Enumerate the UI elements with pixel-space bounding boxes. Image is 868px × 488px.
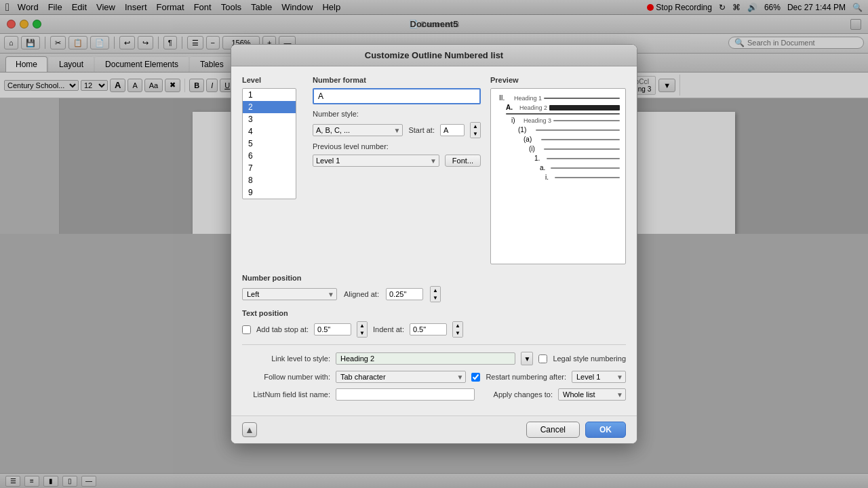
preview-section: Preview II. Heading 1 A. Heading 2	[490, 76, 626, 264]
preview-line-8: 1.	[496, 155, 620, 162]
level-6[interactable]: 6	[243, 150, 296, 162]
listnum-row: ListNum field list name: Apply changes t…	[242, 388, 626, 401]
apply-changes-container: Whole list ▼	[558, 388, 626, 401]
legal-style-checkbox[interactable]	[538, 354, 547, 363]
start-at-label: Start at:	[408, 126, 435, 134]
start-at-down[interactable]: ▼	[471, 130, 480, 138]
restart-level-container: Level 1 ▼	[572, 371, 626, 383]
prev-level-select[interactable]: Level 1	[313, 155, 439, 167]
legal-style-label: Legal style numbering	[553, 354, 626, 363]
level-7[interactable]: 7	[243, 162, 296, 174]
link-level-row: Link level to style: ▼ Legal style numbe…	[242, 352, 626, 365]
expand-button[interactable]: ▲	[242, 422, 257, 437]
preview-line-9: a.	[496, 164, 620, 171]
preview-box: II. Heading 1 A. Heading 2	[490, 88, 626, 264]
indent-at-down[interactable]: ▼	[453, 329, 462, 337]
level-2[interactable]: 2	[243, 101, 296, 113]
apply-changes-select[interactable]: Whole list	[558, 388, 626, 401]
restart-numbering-checkbox[interactable]	[471, 373, 480, 382]
level-3[interactable]: 3	[243, 113, 296, 125]
aligned-at-stepper: ▲ ▼	[430, 286, 441, 302]
level-section: Level 1 2 3 4 5 6 7 8 9	[242, 76, 303, 264]
prev-level-label: Previous level number:	[313, 142, 389, 150]
prev-level-container: Level 1 ▼	[313, 155, 439, 167]
ok-button[interactable]: OK	[585, 422, 626, 438]
aligned-at-label: Aligned at:	[344, 290, 379, 298]
link-level-container	[336, 352, 515, 365]
aligned-at-input[interactable]	[386, 288, 423, 300]
tab-stop-input[interactable]	[314, 323, 351, 336]
number-format-title: Number format	[313, 76, 481, 84]
preview-line-7: (i)	[496, 145, 620, 152]
number-position-section: Number position Left ▼ Aligned at: ▲ ▼	[242, 274, 626, 302]
start-at-input[interactable]	[440, 124, 465, 136]
dialog-title: Customize Outline Numbered list	[365, 50, 503, 60]
aligned-at-down[interactable]: ▼	[431, 294, 440, 302]
indent-at-label: Indent at:	[373, 325, 404, 333]
preview-line-1: II. Heading 1	[496, 94, 620, 102]
preview-line-2: A. Heading 2	[496, 104, 620, 111]
dialog-footer: ▲ Cancel OK	[231, 415, 637, 443]
indent-at-stepper: ▲ ▼	[452, 321, 463, 338]
level-5[interactable]: 5	[243, 138, 296, 150]
preview-title: Preview	[490, 76, 626, 84]
format-input[interactable]	[313, 88, 481, 104]
link-level-btn[interactable]: ▼	[521, 352, 533, 365]
preview-line-4: i) Heading 3	[496, 117, 620, 124]
restart-numbering-label: Restart numbering after:	[486, 373, 566, 381]
apply-changes-label: Apply changes to:	[494, 390, 553, 399]
indent-at-up[interactable]: ▲	[453, 322, 462, 329]
link-level-label: Link level to style:	[242, 354, 330, 363]
preview-line-5: (1)	[496, 126, 620, 134]
dialog-titlebar: Customize Outline Numbered list	[231, 45, 637, 66]
restart-level-select[interactable]: Level 1	[572, 371, 626, 383]
listnum-input[interactable]	[336, 388, 475, 401]
text-position-section: Text position Add tab stop at: ▲ ▼ Inden…	[242, 309, 626, 338]
position-select[interactable]: Left	[242, 288, 337, 300]
follow-number-container: Tab character ▼	[336, 371, 466, 383]
number-style-select-container: A, B, C, ... ▼	[313, 124, 403, 136]
start-at-stepper: ▲ ▼	[470, 122, 481, 138]
tab-stop-down[interactable]: ▼	[357, 329, 367, 337]
number-style-select[interactable]: A, B, C, ...	[313, 124, 403, 136]
indent-at-input[interactable]	[410, 323, 447, 336]
dialog-overlay: Customize Outline Numbered list Level 1 …	[0, 0, 868, 488]
position-container: Left ▼	[242, 288, 337, 300]
listnum-label: ListNum field list name:	[242, 390, 330, 399]
customize-dialog: Customize Outline Numbered list Level 1 …	[231, 44, 637, 444]
start-at-up[interactable]: ▲	[471, 123, 480, 130]
follow-number-row: Follow number with: Tab character ▼ Rest…	[242, 371, 626, 383]
bottom-fields: Link level to style: ▼ Legal style numbe…	[242, 344, 626, 401]
level-8[interactable]: 8	[243, 174, 296, 186]
tab-stop-up[interactable]: ▲	[357, 322, 367, 329]
tab-stop-stepper: ▲ ▼	[357, 321, 368, 338]
cancel-button[interactable]: Cancel	[526, 422, 580, 438]
level-4[interactable]: 4	[243, 125, 296, 138]
level-9[interactable]: 9	[243, 186, 296, 199]
number-format-section: Number format Number style: A, B, C, ...…	[313, 76, 481, 264]
font-button[interactable]: Font...	[445, 155, 481, 167]
aligned-at-up[interactable]: ▲	[431, 287, 440, 294]
preview-line-6: (a)	[496, 136, 620, 143]
link-level-input[interactable]	[336, 352, 515, 365]
add-tab-stop-label: Add tab stop at:	[256, 325, 309, 333]
follow-number-select[interactable]: Tab character	[336, 371, 466, 383]
add-tab-stop-checkbox[interactable]	[242, 325, 251, 334]
level-section-title: Level	[242, 76, 303, 84]
level-list: 1 2 3 4 5 6 7 8 9	[242, 88, 296, 199]
follow-number-label: Follow number with:	[242, 373, 330, 381]
preview-line-10: i.	[496, 174, 620, 181]
preview-line-3	[496, 113, 620, 115]
number-position-title: Number position	[242, 274, 626, 282]
number-style-label: Number style:	[313, 110, 359, 118]
text-position-title: Text position	[242, 309, 626, 317]
level-1[interactable]: 1	[243, 89, 296, 101]
